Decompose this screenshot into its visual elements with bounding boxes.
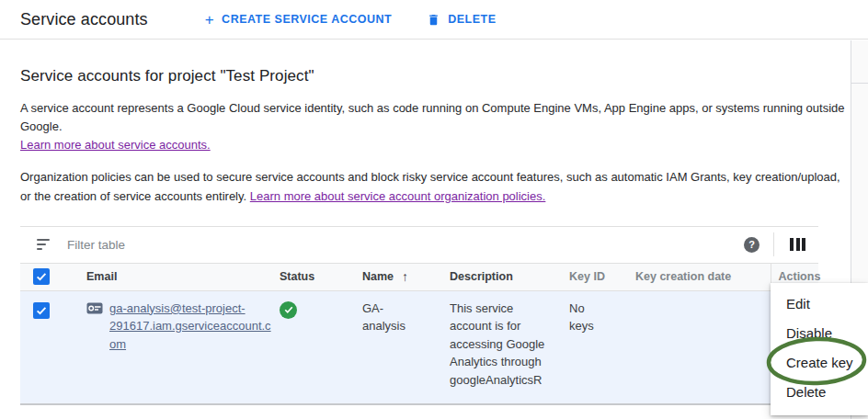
main-content: Service accounts for project "Test Proje… xyxy=(0,67,851,405)
filter-bar: ? xyxy=(20,226,818,263)
menu-item-delete[interactable]: Delete xyxy=(771,378,868,407)
learn-more-org-policies-link[interactable]: Learn more about service account organiz… xyxy=(250,189,546,203)
delete-button[interactable]: DELETE xyxy=(427,13,496,27)
learn-more-service-accounts-link[interactable]: Learn more about service accounts. xyxy=(20,136,211,154)
status-active-icon xyxy=(280,301,297,319)
intro-text-1: A service account represents a Google Cl… xyxy=(20,101,845,133)
description-cell: This service account is for accessing Go… xyxy=(450,290,569,404)
section-heading: Service accounts for project "Test Proje… xyxy=(20,67,851,85)
table-row: ga-analysis@test-project-291617.iam.gser… xyxy=(20,290,818,404)
row-actions-menu: Edit Disable Create key Delete xyxy=(771,283,868,415)
service-accounts-table-card: ? Email Status xyxy=(20,226,818,406)
column-header-key-id[interactable]: Key ID xyxy=(569,263,635,290)
column-header-status[interactable]: Status xyxy=(280,263,362,290)
column-header-key-creation-date[interactable]: Key creation date xyxy=(635,263,771,290)
key-id-cell: No keys xyxy=(569,290,635,404)
page-title: Service accounts xyxy=(20,10,148,29)
table-header-row: Email Status Name ↑ Description Key ID K… xyxy=(20,263,818,290)
plus-icon: + xyxy=(205,12,214,28)
column-header-name[interactable]: Name ↑ xyxy=(362,263,450,290)
side-panel-divider xyxy=(851,83,868,84)
delete-label: DELETE xyxy=(448,13,496,26)
trash-icon xyxy=(427,13,440,27)
service-accounts-table: Email Status Name ↑ Description Key ID K… xyxy=(20,263,818,406)
service-account-key-icon xyxy=(86,302,103,354)
menu-item-disable[interactable]: Disable xyxy=(771,319,868,348)
intro-paragraph-2: Organization policies can be used to sec… xyxy=(20,168,851,205)
column-header-description[interactable]: Description xyxy=(450,263,569,290)
column-header-email[interactable]: Email xyxy=(86,263,280,290)
create-service-account-label: CREATE SERVICE ACCOUNT xyxy=(222,13,392,26)
row-checkbox[interactable] xyxy=(33,302,50,319)
column-display-icon[interactable] xyxy=(788,236,807,253)
intro-paragraph-1: A service account represents a Google Cl… xyxy=(20,99,851,154)
menu-item-edit[interactable]: Edit xyxy=(771,289,868,319)
status-cell xyxy=(280,290,362,404)
help-icon[interactable]: ? xyxy=(744,237,760,253)
menu-item-create-key[interactable]: Create key xyxy=(771,348,868,378)
service-account-email-link[interactable]: ga-analysis@test-project-291617.iam.gser… xyxy=(109,300,275,354)
app-bar: Service accounts + CREATE SERVICE ACCOUN… xyxy=(0,0,868,40)
name-cell: GA-analysis xyxy=(362,290,450,404)
header-checkbox-cell xyxy=(20,263,86,290)
create-service-account-button[interactable]: + CREATE SERVICE ACCOUNT xyxy=(205,12,393,28)
row-checkbox-cell xyxy=(20,290,86,404)
select-all-checkbox[interactable] xyxy=(33,268,50,285)
filterbar-divider xyxy=(773,232,774,256)
filter-icon[interactable] xyxy=(35,237,51,252)
sort-ascending-icon: ↑ xyxy=(402,269,408,284)
filter-input[interactable] xyxy=(67,238,744,252)
key-creation-date-cell xyxy=(635,290,771,404)
email-cell: ga-analysis@test-project-291617.iam.gser… xyxy=(86,290,280,404)
